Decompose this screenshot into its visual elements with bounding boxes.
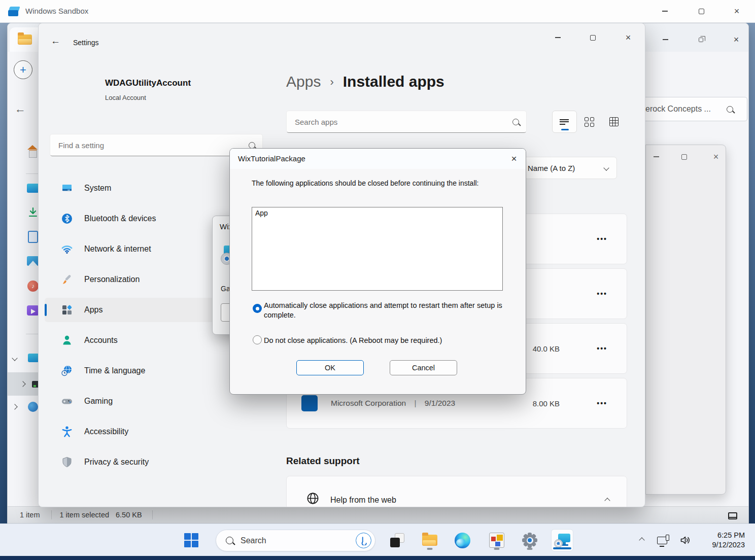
taskbar-file-explorer[interactable] [419, 529, 441, 551]
item-count: 1 item [20, 511, 40, 519]
breadcrumb-apps[interactable]: Apps [286, 73, 321, 90]
settings-close-button[interactable]: × [616, 26, 640, 49]
sidebar-item-downloads[interactable] [27, 206, 39, 219]
bgwin-close-button[interactable]: × [706, 149, 726, 164]
explorer-close-button[interactable]: × [725, 28, 748, 51]
table-view-button[interactable] [601, 111, 626, 133]
search-apps-input[interactable] [295, 118, 512, 126]
settings-maximize-button[interactable] [581, 26, 604, 49]
thumbnails-view-button[interactable] [724, 509, 741, 523]
running-indicator [527, 548, 533, 550]
help-from-web-label: Help from the web [330, 496, 396, 505]
windows-sandbox-icon [8, 6, 20, 18]
tree-collapse-chevron[interactable] [12, 355, 17, 361]
bgwin-minimize-button[interactable] [646, 149, 666, 164]
more-options-button[interactable]: ••• [597, 344, 607, 353]
page-title: Installed apps [343, 73, 444, 90]
task-view-button[interactable] [386, 529, 408, 551]
more-options-button[interactable]: ••• [597, 399, 607, 407]
explorer-search-input[interactable] [645, 104, 727, 114]
system-icon [61, 182, 73, 194]
explorer-back-button[interactable]: ← [15, 102, 26, 116]
explorer-restore-button[interactable] [689, 28, 712, 51]
taskbar-tiles-app[interactable] [486, 529, 508, 551]
start-button[interactable] [180, 529, 202, 551]
search-apps-box[interactable] [286, 111, 527, 133]
sidebar-item-accessibility[interactable]: Accessibility [45, 419, 251, 444]
host-close-button[interactable]: × [725, 0, 748, 22]
explorer-search-box[interactable] [637, 97, 747, 121]
chevron-up-icon[interactable] [604, 498, 610, 503]
app-publisher: Microsoft Corporation [331, 399, 406, 407]
account-name: WDAGUtilityAccount [105, 78, 191, 88]
radio-no-close[interactable] [253, 335, 262, 344]
sidebar-item-pictures[interactable] [27, 256, 39, 266]
sidebar-item-documents[interactable] [28, 231, 38, 243]
help-from-web-card[interactable]: Help from the web [286, 476, 627, 507]
sidebar-item-videos[interactable] [27, 305, 39, 316]
bgwin-maximize-button[interactable] [674, 149, 694, 164]
taskbar-settings[interactable] [519, 529, 541, 551]
breadcrumb: Apps › Installed apps [286, 69, 444, 94]
sidebar-item-gaming[interactable]: Gaming [45, 389, 251, 413]
network-icon[interactable] [657, 537, 667, 544]
settings-back-button[interactable]: ← [51, 36, 60, 47]
sidebar-item-system[interactable]: System [45, 176, 251, 200]
sidebar-item-time-language[interactable]: Time & language [45, 359, 251, 383]
grid-view-button[interactable] [577, 111, 602, 133]
applications-listbox[interactable]: App [252, 207, 503, 291]
radio-auto-close-label[interactable]: Automatically close applications and att… [264, 301, 506, 320]
sidebar-item-privacy-security[interactable]: Privacy & security [45, 450, 251, 474]
tree-expand-chevron[interactable] [20, 381, 25, 387]
running-indicator [427, 548, 433, 550]
sidebar-item-this-pc[interactable] [28, 354, 39, 362]
tray-time: 6:25 PM [712, 531, 745, 540]
tray-overflow-chevron[interactable] [639, 537, 645, 543]
sidebar-item-network[interactable] [28, 402, 38, 412]
accessibility-person-icon [61, 426, 73, 438]
taskbar-search-box[interactable] [216, 530, 375, 551]
bluetooth-icon [61, 213, 73, 225]
list-view-button[interactable] [552, 111, 577, 133]
settings-minimize-button[interactable] [546, 26, 569, 49]
more-options-button[interactable]: ••• [597, 290, 607, 298]
chevron-down-icon [603, 165, 609, 170]
background-window: × [645, 145, 726, 495]
host-minimize-button[interactable] [653, 0, 676, 22]
more-options-button[interactable]: ••• [597, 235, 607, 243]
radio-no-close-label[interactable]: Do not close applications. (A Reboot may… [264, 336, 518, 345]
explorer-minimize-button[interactable] [654, 28, 677, 51]
wix-status-text: Ga [221, 285, 230, 293]
sidebar-item-music[interactable]: ♪ [27, 281, 39, 292]
settings-title: Settings [73, 39, 99, 47]
find-setting-input[interactable] [58, 141, 249, 150]
person-icon [61, 334, 73, 346]
ok-button[interactable]: OK [296, 360, 364, 375]
host-maximize-button[interactable] [690, 0, 713, 22]
radio-auto-close[interactable] [253, 304, 262, 313]
view-toggle-group [552, 111, 626, 133]
explorer-status-bar: 1 item 1 item selected 6.50 KB [8, 506, 748, 523]
listbox-item[interactable]: App [255, 209, 499, 217]
selection-count: 1 item selected [60, 511, 110, 519]
taskbar-edge[interactable] [451, 529, 473, 551]
sidebar-item-desktop[interactable] [27, 182, 39, 194]
volume-icon[interactable] [679, 534, 692, 546]
dialog-close-button[interactable]: × [502, 149, 526, 169]
account-type: Local Account [105, 94, 146, 101]
taskbar-installer-active[interactable] [551, 529, 573, 551]
taskbar-clock[interactable]: 6:25 PM 9/12/2023 [712, 531, 745, 550]
active-running-indicator [553, 547, 571, 550]
app-date: 9/1/2023 [425, 399, 455, 407]
search-icon [727, 106, 733, 113]
taskbar-search-input[interactable] [241, 536, 356, 545]
cancel-button[interactable]: Cancel [390, 360, 457, 375]
new-item-button[interactable]: + [14, 60, 32, 79]
sort-dropdown[interactable]: Name (A to Z) [513, 157, 617, 179]
apps-icon [61, 304, 73, 316]
tree-expand-chevron[interactable] [12, 404, 17, 409]
files-in-use-dialog: WixTutorialPackage × The following appli… [229, 148, 526, 395]
host-window-title: Windows Sandbox [25, 7, 88, 15]
dialog-titlebar: WixTutorialPackage × [230, 149, 526, 169]
windows-logo-icon [184, 533, 199, 548]
